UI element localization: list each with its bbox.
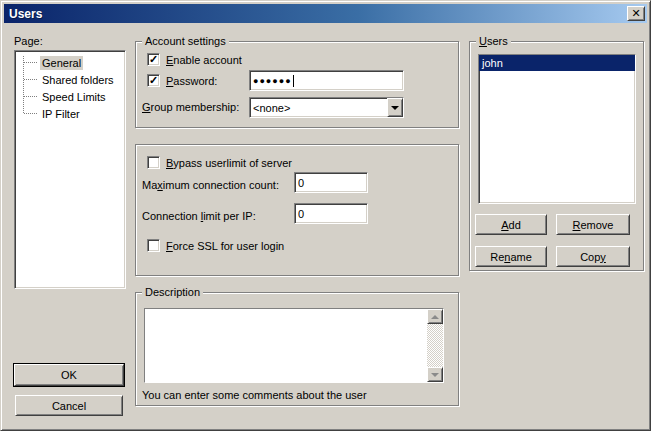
tree-item-ip-filter[interactable]: IP Filter [15, 105, 125, 122]
ip-limit-label: Connection limit per IP: [142, 210, 256, 223]
copy-button[interactable]: Copy [556, 246, 630, 267]
users-group-title: Users [476, 35, 511, 48]
description-hint: You can enter some comments about the us… [142, 389, 367, 402]
tree-item-general[interactable]: General [15, 54, 125, 71]
page-tree: General Shared folders Speed Limits IP F… [14, 50, 126, 289]
tree-item-speed-limits[interactable]: Speed Limits [15, 88, 125, 105]
arrow-up-icon [431, 315, 439, 319]
force-ssl-checkbox[interactable] [147, 239, 160, 252]
close-icon: ✕ [631, 7, 640, 20]
rename-button[interactable]: Rename [475, 246, 547, 267]
bypass-userlimit-label: Bypass userlimit of server [166, 157, 292, 170]
users-list[interactable]: john [478, 54, 636, 204]
arrow-down-icon [431, 373, 439, 377]
add-button[interactable]: Add [475, 214, 547, 235]
title-bar: Users ✕ [4, 4, 647, 23]
page-label: Page: [14, 35, 43, 48]
max-connection-input[interactable]: 0 [294, 172, 368, 193]
description-textarea[interactable] [145, 309, 427, 382]
ok-button[interactable]: OK [14, 364, 124, 386]
password-label: Password: [166, 75, 217, 88]
force-ssl-label: Force SSL for user login [166, 240, 284, 253]
description-title: Description [142, 286, 203, 299]
enable-account-label: Enable account [166, 54, 242, 67]
remove-button[interactable]: Remove [556, 214, 630, 235]
account-settings-title: Account settings [142, 35, 229, 48]
ip-limit-input[interactable]: 0 [294, 203, 368, 224]
close-button[interactable]: ✕ [627, 6, 645, 21]
scroll-track[interactable] [427, 324, 443, 367]
group-membership-select[interactable]: <none> [249, 97, 404, 118]
window-title: Users [4, 7, 627, 21]
password-dots: ●●●●●● [253, 76, 292, 86]
chevron-down-icon [391, 106, 399, 110]
scroll-up-button[interactable] [427, 309, 443, 324]
bypass-userlimit-checkbox[interactable] [147, 156, 160, 169]
list-item-john[interactable]: john [479, 55, 635, 71]
password-checkbox[interactable] [147, 74, 160, 87]
group-membership-label: Group membership: [142, 101, 239, 114]
max-connection-label: Maximum connection count: [142, 179, 279, 192]
users-dialog: Users ✕ Page: General Shared folders Spe… [0, 0, 651, 431]
dropdown-button[interactable] [387, 98, 403, 117]
description-scrollbar[interactable] [427, 309, 443, 382]
text-caret [293, 75, 294, 87]
group-membership-value: <none> [250, 98, 387, 117]
scroll-down-button[interactable] [427, 367, 443, 382]
description-textarea-frame [144, 308, 444, 383]
cancel-button[interactable]: Cancel [15, 395, 123, 416]
enable-account-checkbox[interactable] [147, 53, 160, 66]
tree-item-shared-folders[interactable]: Shared folders [15, 71, 125, 88]
password-input[interactable]: ●●●●●● [249, 70, 404, 91]
